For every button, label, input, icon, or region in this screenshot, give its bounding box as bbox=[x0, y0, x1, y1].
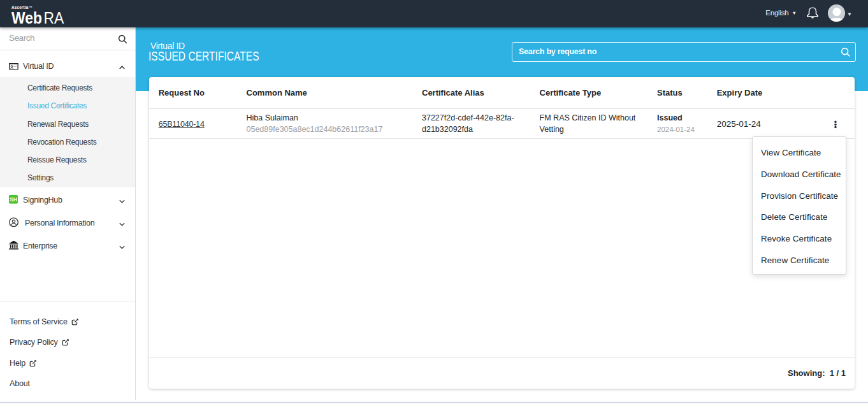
svg-text:SH: SH bbox=[10, 196, 17, 203]
